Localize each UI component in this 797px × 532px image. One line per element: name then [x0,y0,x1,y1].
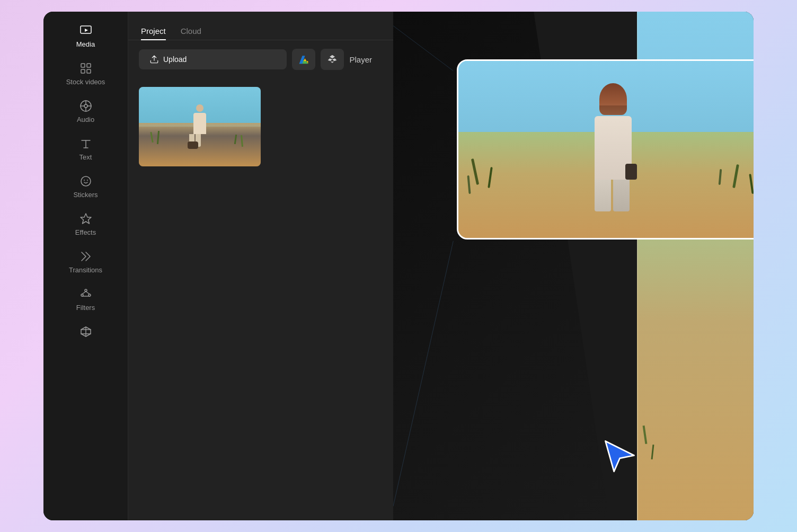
sidebar-item-audio[interactable]: Audio [43,92,128,130]
text-icon [78,136,93,151]
media-toolbar: Upload [128,40,393,78]
center-panel: Project Cloud Upload [128,12,754,520]
dropbox-icon [327,54,338,65]
svg-point-7 [84,104,87,108]
tabs-container: Project Cloud [128,12,393,40]
zoom-panel [457,59,754,240]
app-window: Media Stock videos [43,12,754,520]
google-drive-icon [298,54,309,65]
svg-line-22 [82,291,86,294]
sidebar-item-3d[interactable] [43,318,128,345]
media-icon [78,23,93,38]
transitions-icon [78,249,93,264]
upload-button[interactable]: Upload [139,49,287,69]
player-area [393,12,754,520]
sidebar-item-stock-videos[interactable]: Stock videos [43,55,128,92]
stickers-icon [78,174,93,189]
svg-marker-1 [85,29,88,32]
sidebar-item-stickers[interactable]: Stickers [43,167,128,205]
dropbox-button[interactable] [321,49,344,70]
stock-videos-icon [78,61,93,76]
media-item[interactable] [139,87,261,166]
sidebar-item-transitions[interactable]: Transitions [43,243,128,280]
zoom-panel-content [458,61,754,238]
svg-marker-18 [81,214,91,224]
svg-point-16 [84,180,85,181]
svg-marker-31 [605,441,634,471]
3d-icon [78,324,93,339]
svg-rect-2 [81,64,85,67]
svg-rect-3 [87,64,91,67]
svg-point-17 [87,180,88,181]
media-panel: Project Cloud Upload [128,12,393,520]
svg-point-15 [81,176,91,186]
svg-rect-4 [81,69,85,73]
media-grid [128,78,393,175]
cursor-arrow [603,438,634,470]
tab-cloud[interactable]: Cloud [181,22,201,40]
sidebar: Media Stock videos [43,12,128,520]
sidebar-item-media[interactable]: Media [43,17,128,55]
audio-icon [78,99,93,113]
svg-line-23 [86,291,90,294]
svg-rect-5 [87,69,91,73]
google-drive-button[interactable] [292,49,315,70]
sidebar-item-filters[interactable]: Filters [43,280,128,318]
filters-icon [78,287,93,302]
tab-project[interactable]: Project [141,22,166,40]
sidebar-item-effects[interactable]: Effects [43,205,128,243]
sidebar-item-text[interactable]: Text [43,130,128,167]
upload-icon [149,55,159,64]
effects-icon [78,211,93,226]
player-label: Player [349,55,383,64]
